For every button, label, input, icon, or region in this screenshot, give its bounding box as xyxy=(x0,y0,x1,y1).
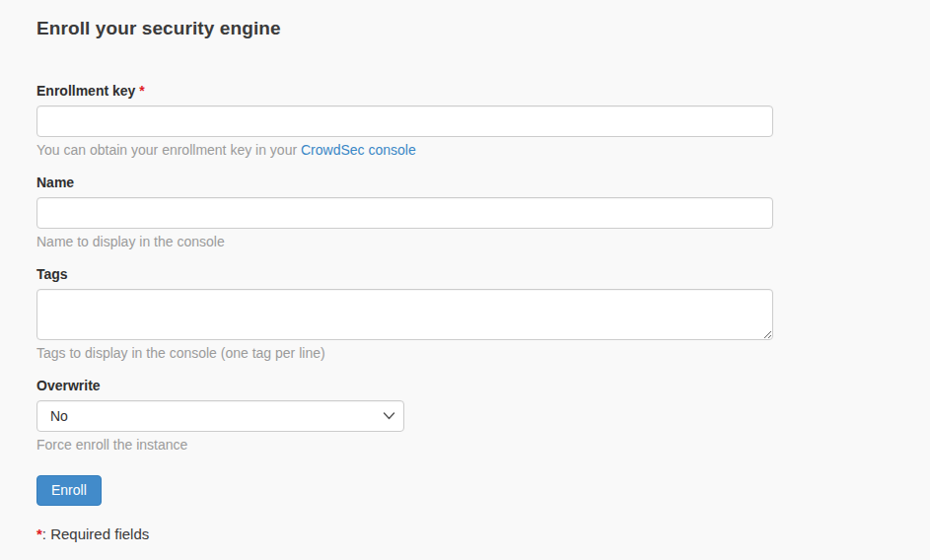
name-label: Name xyxy=(36,175,773,191)
enrollment-key-group: Enrollment key * You can obtain your enr… xyxy=(36,83,773,159)
overwrite-group: Overwrite No Force enroll the instance xyxy=(36,378,773,454)
enroll-form: Enrollment key * You can obtain your enr… xyxy=(36,83,930,542)
name-help: Name to display in the console xyxy=(36,234,773,250)
required-asterisk: * xyxy=(139,83,144,99)
enrollment-key-label: Enrollment key * xyxy=(36,83,773,100)
tags-textarea[interactable] xyxy=(36,289,773,340)
tags-group: Tags Tags to display in the console (one… xyxy=(36,266,773,362)
enrollment-key-help-text: You can obtain your enrollment key in yo… xyxy=(36,142,301,158)
overwrite-select[interactable]: No xyxy=(36,400,404,432)
overwrite-help: Force enroll the instance xyxy=(36,437,773,454)
overwrite-label: Overwrite xyxy=(36,378,773,394)
enrollment-key-label-text: Enrollment key xyxy=(36,83,135,99)
enrollment-key-help: You can obtain your enrollment key in yo… xyxy=(36,142,773,159)
name-group: Name Name to display in the console xyxy=(36,175,773,250)
tags-label: Tags xyxy=(36,266,773,283)
overwrite-select-wrap: No xyxy=(36,400,404,432)
enroll-page: Enroll your security engine Enrollment k… xyxy=(0,0,930,560)
crowdsec-console-link[interactable]: CrowdSec console xyxy=(301,142,416,158)
tags-help: Tags to display in the console (one tag … xyxy=(36,345,773,362)
name-input[interactable] xyxy=(36,197,773,229)
required-fields-note: *: Required fields xyxy=(36,525,930,542)
page-title: Enroll your security engine xyxy=(36,17,930,39)
enroll-button[interactable]: Enroll xyxy=(36,475,102,506)
required-note-text: : Required fields xyxy=(42,525,149,542)
enrollment-key-input[interactable] xyxy=(36,105,773,137)
